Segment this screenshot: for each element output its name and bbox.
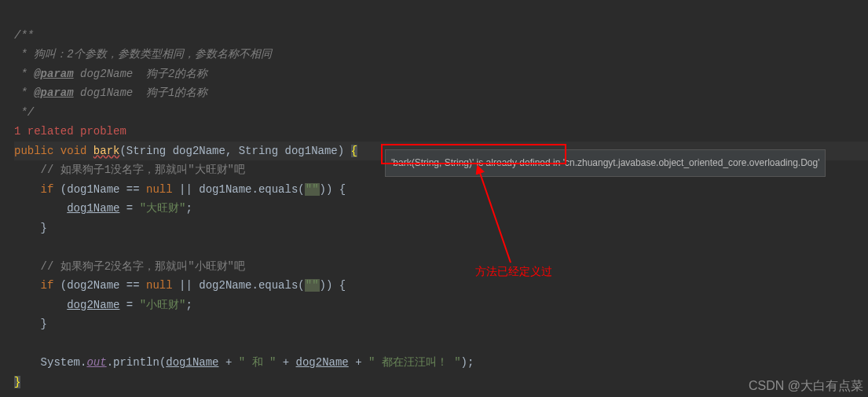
keyword-void: void bbox=[60, 145, 87, 157]
string-xiaowangcai: "小旺财" bbox=[140, 299, 186, 311]
type-string-2: String bbox=[239, 145, 278, 157]
doc-paramname-2: dog1Name bbox=[80, 86, 133, 99]
plus-3: + bbox=[349, 356, 368, 369]
comment-dog2: // 如果狗子2没名字，那就叫"小旺财"吧 bbox=[41, 260, 245, 273]
println-call: println bbox=[113, 356, 159, 369]
plus-1: + bbox=[219, 356, 239, 369]
var-dog2name-check: dog2Name bbox=[67, 279, 119, 292]
doc-close: */ bbox=[14, 106, 34, 119]
empty-string-1: "" bbox=[305, 183, 320, 196]
param-dog1name: dog1Name bbox=[285, 145, 338, 157]
keyword-if-1: if bbox=[41, 183, 54, 196]
brace-close: } bbox=[14, 376, 20, 388]
empty-string-2: "" bbox=[305, 279, 320, 292]
var-dog2name-eq: dog2Name bbox=[199, 279, 251, 292]
doc-line1: * 狗叫：2个参数，参数类型相同，参数名称不相同 bbox=[14, 48, 272, 61]
related-problem-hint[interactable]: 1 related problem bbox=[14, 125, 126, 138]
print-arg-dog2: dog2Name bbox=[296, 356, 349, 369]
doc-paramname-1: dog2Name bbox=[80, 68, 133, 80]
var-dog2name-assign: dog2Name bbox=[67, 299, 119, 311]
brace-open: { bbox=[351, 145, 357, 157]
print-str-he: " 和 " bbox=[239, 356, 277, 369]
keyword-if-2: if bbox=[41, 279, 54, 292]
keyword-null-2: null bbox=[146, 279, 173, 292]
equals-call-2: equals bbox=[258, 279, 298, 292]
out-field: out bbox=[86, 356, 106, 369]
param-dog2name: dog2Name bbox=[173, 145, 225, 157]
watermark-text: CSDN @大白有点菜 bbox=[749, 377, 863, 396]
plus-2: + bbox=[276, 356, 295, 369]
keyword-null-1: null bbox=[146, 183, 173, 196]
code-editor[interactable]: /** * 狗叫：2个参数，参数类型相同，参数名称不相同 * @param do… bbox=[0, 0, 868, 397]
print-str-bark: " 都在汪汪叫！ " bbox=[368, 356, 461, 369]
comment-dog1: // 如果狗子1没名字，那就叫"大旺财"吧 bbox=[41, 164, 245, 176]
equals-call-1: equals bbox=[258, 183, 298, 196]
error-tooltip[interactable]: 'bark(String, String)' is already define… bbox=[385, 149, 826, 177]
var-dog1name-check: dog1Name bbox=[67, 183, 119, 196]
var-dog1name-eq: dog1Name bbox=[199, 183, 251, 196]
doc-paramdesc-1: 狗子2的名称 bbox=[146, 68, 207, 80]
system-class: System bbox=[41, 356, 80, 369]
string-dawangcai: "大旺财" bbox=[140, 202, 186, 215]
doc-tag-2: @param bbox=[34, 86, 73, 99]
method-name-bark[interactable]: bark bbox=[93, 145, 120, 157]
print-arg-dog1: dog1Name bbox=[166, 356, 218, 369]
doc-paramdesc-2: 狗子1的名称 bbox=[146, 86, 207, 99]
var-dog1name-assign: dog1Name bbox=[67, 202, 119, 215]
type-string-1: String bbox=[126, 145, 166, 157]
doc-param-line1: * @param dog2Name 狗子2的名称 bbox=[14, 68, 207, 80]
doc-param-line2: * @param dog1Name 狗子1的名称 bbox=[14, 86, 207, 99]
annotation-label: 方法已经定义过 bbox=[475, 262, 552, 281]
doc-open: /** bbox=[14, 29, 34, 42]
keyword-public: public bbox=[14, 145, 53, 157]
doc-tag-1: @param bbox=[34, 68, 73, 80]
